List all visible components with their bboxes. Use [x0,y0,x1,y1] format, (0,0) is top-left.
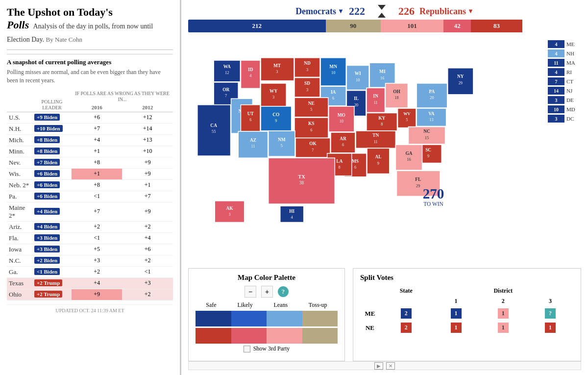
svg-text:TN: TN [372,133,379,138]
split-col-district-label: District [432,286,574,296]
svg-text:HI: HI [289,209,294,214]
svg-text:CA: CA [210,123,217,128]
split-votes-box: Split Votes State District 1 2 3 [353,268,581,361]
svg-text:10: 10 [340,119,343,124]
side-state-ri: 4 RI [548,68,581,76]
svg-text:11: 11 [374,140,378,144]
table-row: Minn.+8 Biden+1+10 [7,146,173,157]
seg-likely-rep: 42 [443,20,471,32]
triangle-up-icon [378,13,386,18]
palette-plus-btn[interactable]: + [261,286,273,298]
table-row: Iowa+3 Biden+5+6 [7,244,173,255]
left-panel: The Upshot on Today's Polls Analysis of … [0,0,181,375]
side-state-box-ct: 7 [548,77,564,85]
svg-text:20: 20 [354,103,358,107]
split-col-3: 3 [527,296,574,306]
svg-text:OR: OR [222,87,229,92]
split-col-state-label: State [380,286,432,296]
col-2016: 2016 [72,103,122,112]
rep-label[interactable]: Republicans [419,6,466,17]
svg-text:OK: OK [309,141,317,146]
split-col-2: 2 [480,296,527,306]
side-state-ma: 11 MA [548,59,581,67]
svg-text:TX: TX [298,174,305,179]
svg-text:3: 3 [306,68,308,72]
table-row: Ohio+2 Trump+9+2 [7,289,173,300]
svg-text:15: 15 [425,136,429,140]
ad-bar: ▶ ✕ [188,361,581,370]
show-3rd-party-checkbox[interactable] [244,346,250,352]
swatch-safe-dem [196,311,231,326]
svg-text:6: 6 [332,96,334,100]
center-indicator [378,5,386,18]
svg-text:8: 8 [381,122,383,126]
article-title: The Upshot on Today's Polls Analysis of … [7,6,173,45]
svg-text:AZ: AZ [250,138,256,143]
table-row: Wis.+6 Biden+1+9 [7,168,173,179]
col-if-wrong: IF POLLS ARE AS WRONG AS THEY WERE IN... [72,90,173,103]
svg-text:3: 3 [272,95,274,100]
svg-text:6: 6 [342,143,344,147]
svg-text:SD: SD [304,81,310,86]
svg-text:TO WIN: TO WIN [423,201,443,207]
svg-text:3: 3 [306,88,308,92]
svg-text:SC: SC [425,148,431,152]
svg-text:13: 13 [429,118,433,122]
snapshot-desc: Polling misses are normal, and can be ev… [7,68,173,85]
seat-bar: 212 90 101 42 83 [188,20,581,32]
svg-text:LA: LA [336,159,343,164]
palette-labels: Safe Likely Leans Toss-up [196,301,338,309]
svg-text:29: 29 [416,184,420,188]
palette-controls: − + ? [196,286,338,298]
rep-dropdown[interactable]: ▼ [467,7,474,15]
svg-text:FL: FL [415,177,421,182]
table-row: U.S.+9 Biden+6+12 [7,112,173,123]
swatch-likely-rep [231,328,267,344]
palette-minus-btn[interactable]: − [245,286,256,298]
swatch-leans-rep [267,328,302,344]
table-row: Pa.+6 Biden<1+7 [7,191,173,202]
seg-lean-rep: 101 [381,20,443,32]
svg-text:MT: MT [273,63,281,68]
dem-dropdown[interactable]: ▼ [338,7,344,15]
palette-title: Map Color Palette [196,274,338,282]
side-state-md: 10 MD [548,105,581,113]
top-bar: Democrats ▼ 222 226 Republicans ▼ [188,5,581,18]
svg-text:55: 55 [212,129,216,134]
table-row: Fla.+3 Biden<1+4 [7,232,173,244]
table-row: Mich.+8 Biden+4+13 [7,134,173,146]
svg-text:11: 11 [251,144,255,149]
svg-text:NY: NY [457,75,464,79]
help-icon[interactable]: ? [278,286,289,297]
palette-swatches-blue [196,311,338,326]
svg-text:MS: MS [352,159,359,164]
svg-text:NE: NE [308,101,315,106]
svg-text:IL: IL [354,96,359,101]
side-state-box-de: 3 [548,96,564,104]
ad-close-icon[interactable]: ✕ [386,362,395,370]
seg-safe-rep: 83 [471,20,522,32]
svg-text:OH: OH [393,89,400,94]
side-state-nh: 4 NH [548,50,581,57]
svg-text:NM: NM [278,137,286,142]
svg-text:MN: MN [329,64,337,69]
svg-text:38: 38 [299,180,304,185]
dem-label[interactable]: Democrats [295,6,336,17]
svg-text:11: 11 [374,100,378,105]
side-state-box-me: 4 [548,40,564,48]
svg-text:8: 8 [339,165,341,170]
show-3rd-party-row: Show 3rd Party [196,345,338,352]
svg-text:WY: WY [270,89,277,94]
svg-rect-114 [215,201,244,223]
svg-text:KS: KS [308,121,315,126]
side-states: 4 ME 4 NH 11 MA 4 RI 7 CT 14 NJ [548,35,581,264]
ad-play-icon[interactable]: ▶ [374,362,383,370]
svg-text:9: 9 [275,119,277,123]
svg-text:MO: MO [338,113,345,118]
split-votes-table: State District 1 2 3 ME 2 1 [360,286,574,335]
map-area: WA 12 OR 7 ID 4 MT 3 ND 3 MN [188,35,581,264]
table-row: N.C.+2 Biden+3+2 [7,255,173,266]
svg-text:5: 5 [281,144,283,148]
snapshot-header: A snapshot of current polling averages [7,54,173,66]
split-col-1: 1 [432,296,479,306]
